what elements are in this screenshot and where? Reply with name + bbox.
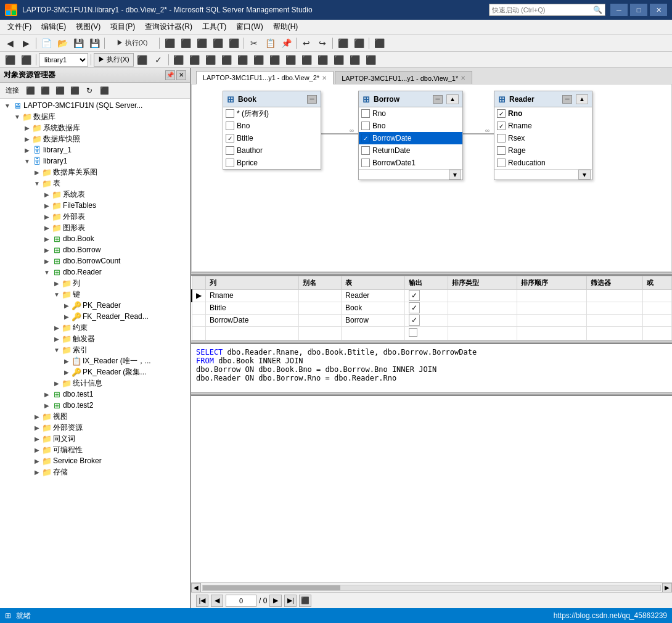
toolbar-misc3[interactable]: ⬛ bbox=[372, 36, 387, 50]
tree-item-constraints[interactable]: ▶📁约束 bbox=[0, 322, 190, 333]
toolbar-btn-7[interactable]: ⬛ bbox=[226, 36, 241, 50]
expand-btn-dboreader[interactable]: ▼ bbox=[42, 267, 52, 277]
tree-item-columns[interactable]: ▶📁列 bbox=[0, 278, 190, 289]
tree-item-dboborrowcount[interactable]: ▶⊞dbo.BorrowCount bbox=[0, 255, 190, 266]
tree-item-databases[interactable]: ▼📁数据库 bbox=[0, 111, 190, 122]
tree-item-systemdb[interactable]: ▶📁系统数据库 bbox=[0, 122, 190, 133]
tree-item-graphtables[interactable]: ▶📁图形表 bbox=[0, 222, 190, 233]
tree-item-pk_reader[interactable]: ▶🔑PK_Reader bbox=[0, 300, 190, 311]
tree-item-programmability[interactable]: ▶📁可编程性 bbox=[0, 444, 190, 455]
book-minimize-button[interactable]: ─ bbox=[307, 95, 317, 104]
book-row-bprice[interactable]: Bprice bbox=[223, 157, 321, 169]
expand-btn-dboborrowcount[interactable]: ▶ bbox=[42, 256, 52, 266]
expand-btn-columns[interactable]: ▶ bbox=[52, 278, 62, 288]
expand-btn-databases[interactable]: ▼ bbox=[12, 112, 22, 122]
borrow-row-returndate[interactable]: ReturnDate bbox=[359, 144, 462, 157]
oe-btn3[interactable]: ⬛ bbox=[53, 85, 67, 97]
toolbar-btn-6[interactable]: ⬛ bbox=[210, 36, 225, 50]
tab-view1[interactable]: LAPTOP-3MC1FU1...y1 - dbo.View_1* ✕ bbox=[335, 71, 472, 85]
menu-tools[interactable]: 工具(T) bbox=[197, 20, 231, 33]
quick-search-box[interactable]: 🔍 bbox=[489, 4, 605, 16]
expand-btn-dbrelation[interactable]: ▶ bbox=[32, 167, 42, 177]
connect-button[interactable]: 连接 bbox=[2, 85, 22, 97]
new-query-button[interactable]: ▶ 执行(X) bbox=[107, 36, 157, 50]
grid-row-btitle-sortorder[interactable] bbox=[517, 302, 587, 314]
tree-item-dbsnapshot[interactable]: ▶📁数据库快照 bbox=[0, 133, 190, 144]
save-all-button[interactable]: 💾 bbox=[87, 36, 102, 50]
grid-row-empty-or[interactable] bbox=[642, 326, 671, 340]
expand-btn-servicebroker[interactable]: ▶ bbox=[32, 456, 42, 466]
stop-button[interactable]: ⬛ bbox=[135, 53, 150, 67]
book-check-btitle[interactable]: ✓ bbox=[226, 134, 234, 142]
toolbar-btn-3[interactable]: ⬛ bbox=[162, 36, 177, 50]
tree-item-dbotest2[interactable]: ▶⊞dbo.test2 bbox=[0, 400, 190, 411]
menu-project[interactable]: 项目(P) bbox=[105, 20, 140, 33]
borrow-row-rno[interactable]: Rno bbox=[359, 107, 462, 120]
tree-item-fk_reader[interactable]: ▶🔑FK_Reader_Read... bbox=[0, 311, 190, 322]
expand-btn-server[interactable]: ▼ bbox=[2, 101, 12, 110]
tree-item-pk_reader2[interactable]: ▶🔑PK_Reader (聚集... bbox=[0, 366, 190, 378]
toolbar-btn-5[interactable]: ⬛ bbox=[194, 36, 209, 50]
expand-btn-statistics[interactable]: ▶ bbox=[52, 378, 62, 388]
forward-button[interactable]: ▶ bbox=[18, 36, 33, 50]
toolbar-misc1[interactable]: ⬛ bbox=[335, 36, 350, 50]
grid-row-empty-col[interactable] bbox=[206, 326, 299, 340]
tb2-btn1[interactable]: ⬛ bbox=[2, 53, 17, 67]
save-button[interactable]: 💾 bbox=[71, 36, 86, 50]
bottom-hscroll-left[interactable]: ◀ bbox=[191, 583, 201, 593]
reader-row-reducation[interactable]: Reducation bbox=[494, 157, 592, 169]
open-button[interactable]: 📂 bbox=[55, 36, 70, 50]
nav-page-input[interactable] bbox=[226, 595, 256, 607]
nav-prev-button[interactable]: ◀ bbox=[211, 595, 223, 607]
grid-row-btitle-or[interactable] bbox=[642, 302, 671, 314]
grid-row-empty-filter[interactable] bbox=[586, 326, 642, 340]
maximize-button[interactable]: □ bbox=[630, 4, 647, 16]
borrow-row-bno[interactable]: Bno bbox=[359, 120, 462, 132]
oe-btn5[interactable]: ⬛ bbox=[97, 85, 111, 97]
book-check-all[interactable] bbox=[226, 109, 234, 118]
expand-btn-library1[interactable]: ▼ bbox=[22, 156, 32, 166]
grid-row-borrowdate-sortorder[interactable] bbox=[517, 314, 587, 326]
reader-check-rage[interactable] bbox=[497, 146, 506, 155]
grid-row-rname-alias[interactable] bbox=[298, 289, 341, 302]
grid-row-empty-sorttype[interactable] bbox=[448, 326, 517, 340]
grid-row-rname-output[interactable]: ✓ bbox=[405, 289, 448, 302]
tree-item-tables[interactable]: ▼📁表 bbox=[0, 178, 190, 189]
nav-last-button[interactable]: ▶| bbox=[284, 595, 297, 607]
query-btn4[interactable]: ⬛ bbox=[219, 53, 234, 67]
query-btn6[interactable]: ⬛ bbox=[252, 53, 266, 67]
tree-item-statistics[interactable]: ▶📁统计信息 bbox=[0, 378, 190, 389]
toolbar-btn-4[interactable]: ⬛ bbox=[178, 36, 193, 50]
expand-btn-storage[interactable]: ▶ bbox=[32, 467, 42, 477]
expand-btn-systables[interactable]: ▶ bbox=[42, 189, 52, 199]
borrow-check-returndate[interactable] bbox=[361, 146, 370, 155]
reader-row-rname[interactable]: ✓ Rname bbox=[494, 120, 592, 132]
grid-row-borrowdate-sorttype[interactable] bbox=[448, 314, 517, 326]
expand-btn-constraints[interactable]: ▶ bbox=[52, 323, 62, 332]
tree-item-dboreader[interactable]: ▼⊞dbo.Reader bbox=[0, 266, 190, 278]
book-check-bauthor[interactable] bbox=[226, 146, 234, 155]
tree-item-dbotest1[interactable]: ▶⊞dbo.test1 bbox=[0, 389, 190, 400]
expand-btn-extresources[interactable]: ▶ bbox=[32, 423, 42, 432]
query-btn12[interactable]: ⬛ bbox=[348, 53, 363, 67]
tree-item-library1[interactable]: ▼🗄library1 bbox=[0, 155, 190, 167]
menu-help[interactable]: 帮助(H) bbox=[268, 20, 303, 33]
query-btn13[interactable]: ⬛ bbox=[364, 53, 379, 67]
menu-window[interactable]: 窗口(W) bbox=[231, 20, 268, 33]
menu-file[interactable]: 文件(F) bbox=[2, 20, 36, 33]
tree-item-views[interactable]: ▶📁视图 bbox=[0, 411, 190, 422]
grid-row-btitle-alias[interactable] bbox=[298, 302, 341, 314]
query-btn2[interactable]: ⬛ bbox=[187, 53, 202, 67]
expand-btn-indexes[interactable]: ▼ bbox=[52, 345, 62, 355]
book-row-bauthor[interactable]: Bauthor bbox=[223, 144, 321, 157]
grid-row-btitle-filter[interactable] bbox=[586, 302, 642, 314]
sql-editor-area[interactable]: SELECT dbo.Reader.Rname, dbo.Book.Btitle… bbox=[191, 343, 672, 392]
expand-btn-fk_reader[interactable]: ▶ bbox=[62, 312, 72, 321]
expand-btn-graphtables[interactable]: ▶ bbox=[42, 223, 52, 233]
grid-row-rname-filter[interactable] bbox=[586, 289, 642, 302]
panel-close-button[interactable]: ✕ bbox=[176, 70, 186, 80]
tree-item-dbrelation[interactable]: ▶📁数据库关系图 bbox=[0, 167, 190, 178]
oe-btn1[interactable]: ⬛ bbox=[23, 85, 37, 97]
tab-view1-close[interactable]: ✕ bbox=[461, 75, 465, 81]
reader-check-rsex[interactable] bbox=[497, 134, 506, 142]
